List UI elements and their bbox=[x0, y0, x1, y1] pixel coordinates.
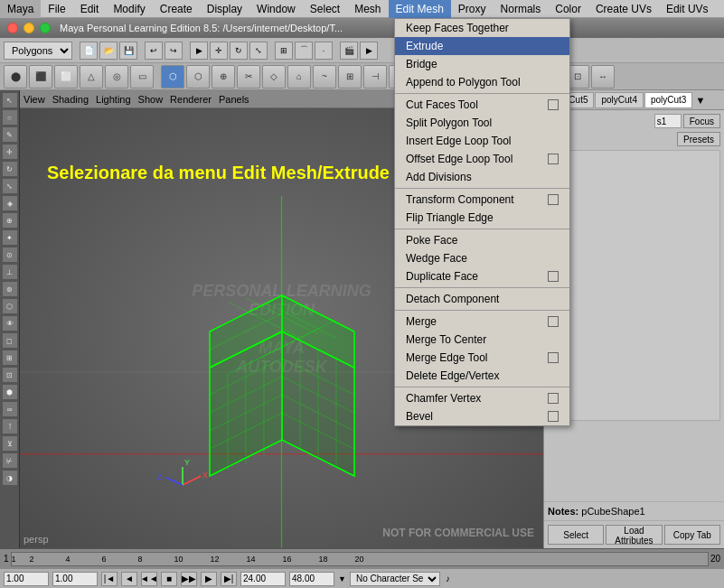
tabs-arrow[interactable]: ▼ bbox=[693, 95, 707, 106]
subdivide-btn[interactable]: ⊞ bbox=[338, 65, 362, 89]
snap-grid-btn[interactable]: ⊞ bbox=[275, 42, 293, 60]
icon17-btn[interactable]: ⊡ bbox=[2, 367, 18, 383]
vp-menu-show[interactable]: Show bbox=[138, 94, 164, 105]
lasso-btn[interactable]: ○ bbox=[2, 109, 18, 126]
measure-btn[interactable]: ⊥ bbox=[2, 264, 18, 280]
go-start-btn[interactable]: |◄ bbox=[101, 572, 118, 586]
merge-btn[interactable]: ⊕ bbox=[212, 65, 235, 89]
select-button[interactable]: Select bbox=[548, 525, 604, 545]
tab-polycut4[interactable]: polyCut4 bbox=[595, 92, 643, 108]
range-start-input[interactable] bbox=[240, 572, 286, 586]
viewport[interactable]: View Shading Lighting Show Renderer Pane… bbox=[20, 90, 543, 548]
minimize-button[interactable] bbox=[24, 23, 34, 33]
render-btn[interactable]: 🎬 bbox=[340, 42, 358, 60]
audio-btn[interactable]: ♪ bbox=[444, 574, 452, 583]
menu-file[interactable]: File bbox=[41, 0, 72, 18]
boolean-diff-btn[interactable]: − bbox=[465, 65, 488, 89]
vp-menu-panels[interactable]: Panels bbox=[219, 94, 249, 105]
boolean-union-btn[interactable]: ∪ bbox=[439, 65, 463, 89]
bevel-btn[interactable]: ◇ bbox=[262, 65, 286, 89]
menu-proxy[interactable]: Proxy bbox=[451, 0, 494, 18]
poly-cylinder-btn[interactable]: ⬜ bbox=[54, 65, 78, 89]
scale-btn[interactable]: ⤡ bbox=[249, 42, 268, 60]
load-attributes-button[interactable]: Load Attributes bbox=[606, 525, 662, 545]
select-tool-btn[interactable]: ↖ bbox=[2, 92, 18, 108]
menu-edit[interactable]: Edit bbox=[73, 0, 107, 18]
undo-btn[interactable]: ↩ bbox=[145, 42, 163, 60]
tab-polycut5[interactable]: polyCut5 bbox=[546, 92, 594, 108]
scale-tool-btn[interactable]: ⤡ bbox=[2, 178, 18, 194]
phong-btn[interactable]: ● bbox=[541, 65, 564, 89]
icon15-btn[interactable]: ◻ bbox=[2, 332, 18, 349]
rotate-btn[interactable]: ↻ bbox=[230, 42, 248, 60]
step-back-btn[interactable]: ◄ bbox=[121, 572, 137, 586]
separate-btn[interactable]: ⊟ bbox=[414, 65, 437, 89]
viewport-content[interactable]: PERSONAL LEARNINGEDITIONMAYAAUTODESK Sel… bbox=[20, 108, 543, 548]
show-manip-btn[interactable]: ◈ bbox=[2, 195, 18, 211]
step-fwd-btn[interactable]: ▶ bbox=[201, 572, 217, 586]
menu-normals[interactable]: Normals bbox=[494, 0, 549, 18]
icon22-btn[interactable]: ⊬ bbox=[2, 453, 18, 469]
menu-edit-uvs[interactable]: Edit UVs bbox=[659, 0, 716, 18]
smooth-btn[interactable]: ~ bbox=[313, 65, 336, 89]
poly-plane-btn[interactable]: ▭ bbox=[130, 65, 154, 89]
menu-modify[interactable]: Modify bbox=[106, 0, 152, 18]
menu-select[interactable]: Select bbox=[303, 0, 347, 18]
time-start-input[interactable] bbox=[52, 572, 98, 586]
save-btn[interactable]: 💾 bbox=[119, 42, 137, 60]
poly-torus-btn[interactable]: ◎ bbox=[105, 65, 128, 89]
mirror-btn[interactable]: ⊣ bbox=[363, 65, 387, 89]
menu-mesh[interactable]: Mesh bbox=[347, 0, 388, 18]
uv-layout-btn[interactable]: ⊡ bbox=[566, 65, 589, 89]
vp-menu-shading[interactable]: Shading bbox=[52, 94, 89, 105]
copy-tab-button[interactable]: Copy Tab bbox=[664, 525, 720, 545]
poly-cone-btn[interactable]: △ bbox=[80, 65, 103, 89]
icon16-btn[interactable]: ⊞ bbox=[2, 350, 18, 366]
menu-window[interactable]: Window bbox=[249, 0, 303, 18]
menu-create[interactable]: Create bbox=[153, 0, 200, 18]
polygon-type-select[interactable]: Polygons bbox=[4, 42, 72, 60]
render-region-btn[interactable]: ⬡ bbox=[2, 298, 18, 314]
ipr-btn[interactable]: ▶ bbox=[360, 42, 378, 60]
icon19-btn[interactable]: ∞ bbox=[2, 401, 18, 417]
soft-mod-btn[interactable]: ⊕ bbox=[2, 212, 18, 229]
play-back-btn[interactable]: ◄◄ bbox=[141, 572, 157, 586]
close-button[interactable] bbox=[7, 23, 18, 33]
snap-point-btn[interactable]: · bbox=[315, 42, 333, 60]
vp-menu-renderer[interactable]: Renderer bbox=[170, 94, 212, 105]
go-end-btn[interactable]: ▶| bbox=[221, 572, 237, 586]
split-poly-btn[interactable]: ✂ bbox=[237, 65, 260, 89]
presets-button[interactable]: Presets bbox=[677, 132, 720, 146]
extrude-face-btn[interactable]: ⬡ bbox=[161, 65, 184, 89]
paint-btn[interactable]: ✎ bbox=[2, 126, 18, 143]
bridge-btn[interactable]: ⌂ bbox=[287, 65, 311, 89]
open-btn[interactable]: 📂 bbox=[99, 42, 118, 60]
boolean-inter-btn[interactable]: ∩ bbox=[490, 65, 513, 89]
move-tool-btn[interactable]: ✛ bbox=[2, 144, 18, 160]
rotate-tool-btn[interactable]: ↻ bbox=[2, 161, 18, 177]
select-btn[interactable]: ▶ bbox=[190, 42, 208, 60]
expand-btn[interactable]: ▼ bbox=[338, 574, 346, 583]
menu-create-uvs[interactable]: Create UVs bbox=[588, 0, 659, 18]
extrude-edge-btn[interactable]: ⬡ bbox=[186, 65, 210, 89]
new-scene-btn[interactable]: 📄 bbox=[80, 42, 98, 60]
vp-menu-lighting[interactable]: Lighting bbox=[96, 94, 131, 105]
focus-button[interactable]: Focus bbox=[683, 114, 720, 128]
make-live-btn[interactable]: ⊚ bbox=[2, 281, 18, 297]
icon20-btn[interactable]: ⊺ bbox=[2, 418, 18, 434]
poly-cube-btn[interactable]: ⬛ bbox=[29, 65, 52, 89]
node-name-input[interactable] bbox=[654, 114, 682, 128]
move-btn[interactable]: ✛ bbox=[210, 42, 228, 60]
icon18-btn[interactable]: ⬢ bbox=[2, 384, 18, 400]
char-set-select[interactable]: No Character Set bbox=[350, 572, 440, 586]
vp-menu-view[interactable]: View bbox=[24, 94, 45, 105]
icon23-btn[interactable]: ◑ bbox=[2, 470, 18, 486]
lambert-btn[interactable]: ◑ bbox=[515, 65, 539, 89]
menu-maya[interactable]: Maya bbox=[0, 0, 41, 18]
sculpt-btn[interactable]: ✦ bbox=[2, 229, 18, 246]
menu-display[interactable]: Display bbox=[200, 0, 249, 18]
snap-curve-btn[interactable]: ⌒ bbox=[295, 42, 313, 60]
menu-color[interactable]: Color bbox=[548, 0, 588, 18]
timeline-bar[interactable]: 1 2 4 6 8 10 12 14 16 18 20 bbox=[11, 552, 709, 566]
menu-edit-mesh[interactable]: Edit Mesh bbox=[389, 0, 451, 18]
